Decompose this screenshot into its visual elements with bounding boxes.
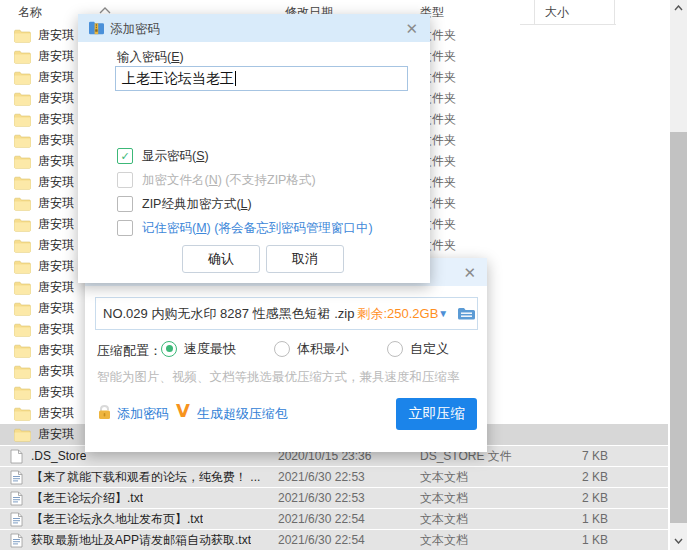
chevron-down-icon[interactable]: ▼: [438, 308, 448, 319]
password-input-label: 输入密码(E): [117, 49, 184, 66]
file-type: 文本文档: [420, 469, 468, 486]
file-size: 1 KB: [540, 512, 608, 526]
column-header-name[interactable]: 名称: [18, 4, 42, 21]
folder-icon: [14, 155, 31, 169]
folder-icon: [14, 29, 31, 43]
folder-icon: [14, 239, 31, 253]
file-type: 文本文档: [420, 511, 468, 528]
folder-name: 唐安琪: [38, 48, 74, 65]
file-row[interactable]: 【老王论坛永久地址发布页】.txt 2021/6/30 22:54 文本文档 1…: [0, 509, 668, 529]
radio-fastest-speed[interactable]: 速度最快: [161, 340, 236, 357]
folder-name: 唐安琪: [38, 258, 74, 275]
file-name: 【老王论坛介绍】.txt: [31, 490, 143, 507]
folder-name: 唐安琪: [38, 384, 74, 401]
free-space-text: 剩余:250.2GB: [357, 305, 438, 323]
checkbox-row[interactable]: ✓ 显示密码(S): [117, 148, 209, 164]
radio-custom[interactable]: 自定义: [387, 340, 449, 357]
folder-name: 唐安琪: [38, 279, 74, 296]
password-value: 上老王论坛当老王: [122, 70, 234, 88]
checkbox-row[interactable]: ZIP经典加密方式(L): [117, 196, 252, 212]
file-icon: [10, 470, 23, 485]
file-name: 获取最新地址及APP请发邮箱自动获取.txt: [31, 532, 251, 549]
folder-name: 唐安琪: [38, 300, 74, 317]
radio-icon: [161, 341, 177, 357]
checkbox-label: 记住密码(M) (将会备忘到密码管理窗口中): [142, 220, 373, 237]
file-size: 2 KB: [540, 491, 608, 505]
folder-icon: [14, 50, 31, 64]
compress-hint-text: 智能为图片、视频、文档等挑选最优压缩方式，兼具速度和压缩率: [97, 369, 460, 386]
file-icon: [10, 512, 23, 527]
folder-name: 唐安琪: [38, 237, 74, 254]
file-icon: [10, 491, 23, 506]
folder-icon: [14, 386, 31, 400]
browse-folder-icon[interactable]: [457, 306, 476, 321]
super-archive-link[interactable]: 生成超级压缩包: [197, 405, 288, 423]
checkbox-icon: ✓: [117, 148, 133, 164]
file-row[interactable]: 【老王论坛介绍】.txt 2021/6/30 22:53 文本文档 2 KB: [0, 488, 668, 508]
checkbox-icon: [117, 172, 133, 188]
radio-smallest-size[interactable]: 体积最小: [274, 340, 349, 357]
folder-icon: [14, 260, 31, 274]
folder-name: 唐安琪: [38, 216, 74, 233]
cancel-button[interactable]: 取消: [266, 245, 344, 273]
folder-name: 唐安琪: [38, 321, 74, 338]
folder-name: 唐安琪: [38, 405, 74, 422]
file-row[interactable]: 【来了就能下载和观看的论坛，纯免费！ ... 2021/6/30 22:53 文…: [0, 467, 668, 487]
archive-name-text: NO.029 内购无水印 8287 性感黑色短裙 .zip: [103, 305, 354, 323]
file-name: 【老王论坛永久地址发布页】.txt: [31, 511, 203, 528]
folder-icon: [14, 407, 31, 421]
file-date: 2021/6/30 22:54: [278, 533, 365, 547]
folder-icon: [14, 134, 31, 148]
super-archive-v-icon: V: [176, 400, 190, 421]
file-size: 2 KB: [540, 470, 608, 484]
file-icon: [10, 449, 23, 464]
explorer-window: 名称 修改日期 类型 大小 唐安琪 文件夹 唐安琪 文件夹: [0, 0, 689, 550]
header-separator: [534, 0, 535, 24]
checkbox-label: 加密文件名(N) (不支持ZIP格式): [142, 172, 316, 189]
compress-now-button[interactable]: 立即压缩: [396, 398, 477, 430]
folder-name: 唐安琪: [38, 342, 74, 359]
column-header-size[interactable]: 大小: [545, 4, 569, 21]
file-size: 1 KB: [540, 533, 608, 547]
header-separator: [614, 0, 615, 24]
folder-name: 唐安琪: [38, 426, 74, 443]
text-cursor: [235, 71, 236, 86]
checkbox-label: 显示密码(S): [142, 148, 209, 165]
scroll-down-icon[interactable]: [673, 538, 684, 544]
password-input[interactable]: 上老王论坛当老王: [115, 66, 408, 91]
file-row[interactable]: 获取最新地址及APP请发邮箱自动获取.txt 2021/6/30 22:54 文…: [0, 530, 668, 550]
close-icon[interactable]: ✕: [405, 21, 418, 36]
file-date: 2021/6/30 22:53: [278, 491, 365, 505]
add-password-link[interactable]: 添加密码: [117, 405, 169, 423]
archive-name-field[interactable]: NO.029 内购无水印 8287 性感黑色短裙 .zip 剩余:250.2GB…: [95, 297, 478, 330]
close-icon[interactable]: ✕: [463, 265, 476, 280]
radio-icon: [387, 341, 403, 357]
add-password-dialog: 添加密码 ✕ 输入密码(E) 上老王论坛当老王 ✓ 显示密码(S) 加密文件名(…: [78, 14, 430, 283]
folder-name: 唐安琪: [38, 132, 74, 149]
checkbox-row[interactable]: 记住密码(M) (将会备忘到密码管理窗口中): [117, 220, 373, 236]
folder-name: 唐安琪: [38, 27, 74, 44]
checkbox-label: ZIP经典加密方式(L): [142, 196, 252, 213]
folder-name: 唐安琪: [38, 111, 74, 128]
folder-name: 唐安琪: [38, 90, 74, 107]
checkbox-row[interactable]: 加密文件名(N) (不支持ZIP格式): [117, 172, 316, 188]
folder-icon: [14, 71, 31, 85]
file-date: 2021/6/30 22:54: [278, 512, 365, 526]
folder-icon: [14, 344, 31, 358]
folder-name: 唐安琪: [38, 195, 74, 212]
padlock-icon: [96, 404, 113, 420]
radio-icon: [274, 341, 290, 357]
compress-config-label: 压缩配置：: [97, 342, 162, 360]
folder-icon: [14, 428, 31, 442]
file-list: .DS_Store 2020/10/15 23:36 DS_STORE 文件 7…: [0, 446, 668, 550]
scroll-up-icon[interactable]: [673, 5, 684, 11]
folder-name: 唐安琪: [38, 174, 74, 191]
vertical-scrollbar[interactable]: [670, 0, 687, 550]
file-icon: [10, 533, 23, 548]
folder-icon: [14, 302, 31, 316]
folder-icon: [14, 92, 31, 106]
folder-name: 唐安琪: [38, 69, 74, 86]
confirm-button[interactable]: 确认: [182, 245, 260, 273]
file-date: 2021/6/30 22:53: [278, 470, 365, 484]
scrollbar-thumb[interactable]: [670, 132, 687, 523]
